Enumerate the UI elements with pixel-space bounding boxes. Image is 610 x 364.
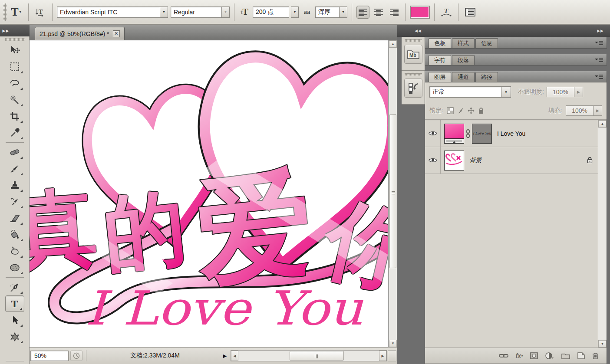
tab-character[interactable]: 字符 [429,55,451,65]
panel-menu-button[interactable] [595,57,603,64]
opacity-arrow[interactable]: ▶ [574,87,583,97]
layer-visibility-toggle[interactable] [425,120,441,147]
layer-row-background[interactable]: 背景 [425,147,607,174]
add-layer-mask-button[interactable] [530,352,538,359]
history-panel-button[interactable] [404,79,422,98]
history-brush-tool[interactable] [5,193,24,210]
tab-paths[interactable]: 路径 [475,72,498,82]
zoom-level-field[interactable]: 50% [30,351,69,361]
dock-grip-handle[interactable] [405,39,422,42]
status-popup-arrow[interactable]: ▶ [220,353,230,359]
timing-button[interactable] [70,351,82,361]
toggle-palettes-button[interactable] [463,5,478,20]
crop-tool[interactable] [5,108,24,125]
eyedropper-tool[interactable] [5,125,24,141]
align-left-button[interactable] [356,6,369,19]
paint-bucket-tool[interactable] [5,226,24,243]
text-orientation-button[interactable]: T [33,5,48,20]
font-family-combo[interactable]: Edwardian Script ITC ▼ [57,7,168,18]
layer-visibility-toggle[interactable] [425,147,441,174]
anti-alias-combo[interactable]: 浑厚 ▼ [315,7,347,18]
warp-text-button[interactable]: T [439,5,454,20]
lock-transparency-button[interactable] [447,107,454,114]
clone-stamp-tool[interactable] [5,177,24,193]
link-layers-button[interactable] [499,353,508,358]
scroll-right-button[interactable]: ▶ [379,351,386,361]
font-family-dropdown-arrow[interactable]: ▼ [160,7,168,18]
layers-scroll-down[interactable]: ▼ [598,340,607,348]
fill-value[interactable]: 100% [566,105,594,116]
tab-styles[interactable]: 样式 [452,38,475,48]
dock-collapse-left-button[interactable]: ◀◀ [415,29,422,33]
scroll-left-button[interactable]: ◀ [231,351,238,361]
vertical-scrollbar[interactable]: ▲ ▼ [389,40,397,347]
font-size-combo[interactable]: 200 点 ▼ [253,7,299,18]
blend-mode-dropdown-arrow[interactable]: ▼ [501,86,511,98]
blend-mode-combo[interactable]: 正常 ▼ [429,86,511,98]
vertical-scroll-thumb[interactable] [389,114,396,268]
layer-row-ilove-you[interactable]: I Love You I Love You [425,120,607,147]
close-icon[interactable]: ✕ [113,30,120,37]
layer-name[interactable]: I Love You [497,130,525,137]
gradient-fill-thumbnail[interactable] [444,124,464,144]
background-thumbnail[interactable] [444,151,464,171]
panel-menu-button[interactable] [595,74,603,81]
font-size-dropdown-arrow[interactable]: ▼ [291,7,299,18]
horizontal-scrollbar[interactable]: ◀ ▶ [231,350,387,361]
pen-tool[interactable] [5,279,24,295]
text-color-swatch[interactable] [410,6,430,19]
sponge-tool[interactable] [5,259,24,276]
mini-bridge-button[interactable]: Mb [404,45,422,64]
horizontal-scroll-thumb[interactable] [290,351,344,361]
new-group-button[interactable] [561,353,570,359]
lock-position-button[interactable] [468,107,475,114]
scroll-up-button[interactable]: ▲ [389,40,397,48]
delete-layer-button[interactable] [592,352,599,359]
opacity-combo[interactable]: 100% ▶ [547,87,583,97]
lock-all-button[interactable] [478,107,484,114]
fill-arrow[interactable]: ▶ [594,105,602,116]
type-tool[interactable]: T [5,295,24,312]
opacity-value[interactable]: 100% [547,87,574,97]
toolbox-collapse-button[interactable]: ▶▶ [0,25,30,36]
document-tab[interactable]: 21.psd @ 50%(RGB/8#) * ✕ [35,27,125,40]
align-right-button[interactable] [388,6,401,19]
move-tool[interactable] [5,42,24,59]
dock-collapse-right-button[interactable]: ▶▶ [597,29,604,33]
brush-tool[interactable] [5,161,24,177]
panel-menu-button[interactable] [595,40,603,47]
new-layer-button[interactable] [577,352,585,359]
magic-wand-tool[interactable] [5,92,24,108]
custom-shape-tool[interactable] [5,328,24,345]
anti-alias-dropdown-arrow[interactable]: ▼ [340,7,347,18]
tab-channels[interactable]: 通道 [452,72,475,82]
layers-scroll-up[interactable]: ▲ [598,120,607,128]
tab-layers[interactable]: 图层 [429,72,451,82]
font-style-combo[interactable]: Regular ▼ [171,7,230,18]
tab-info[interactable]: 信息 [475,38,498,48]
font-style-value[interactable]: Regular [171,7,222,18]
tab-paragraph[interactable]: 段落 [452,55,475,65]
layer-mask-thumbnail[interactable]: I Love You [472,124,492,144]
scroll-down-button[interactable]: ▼ [389,340,397,347]
adjustment-layer-button[interactable] [545,352,554,359]
path-selection-tool[interactable] [5,312,24,328]
layer-style-button[interactable]: fx▾ [516,352,523,359]
eraser-tool[interactable] [5,210,24,226]
smudge-tool[interactable] [5,243,24,259]
toolbox-grip-handle[interactable] [5,38,25,41]
layer-name[interactable]: 背景 [469,157,481,164]
lasso-tool[interactable] [5,75,24,92]
layers-scrollbar[interactable]: ▲ ▼ [598,120,607,348]
options-grip-handle[interactable] [3,3,7,21]
anti-alias-value[interactable]: 浑厚 [315,7,340,18]
fill-combo[interactable]: 100% ▶ [566,105,602,116]
tab-swatches[interactable]: 色板 [429,38,451,48]
blend-mode-value[interactable]: 正常 [429,86,501,98]
font-size-value[interactable]: 200 点 [253,7,289,18]
lock-pixels-button[interactable] [457,107,464,114]
marquee-tool[interactable] [5,59,24,75]
healing-brush-tool[interactable] [5,144,24,161]
dock-grip-handle[interactable] [405,73,422,75]
font-family-value[interactable]: Edwardian Script ITC [57,7,160,18]
